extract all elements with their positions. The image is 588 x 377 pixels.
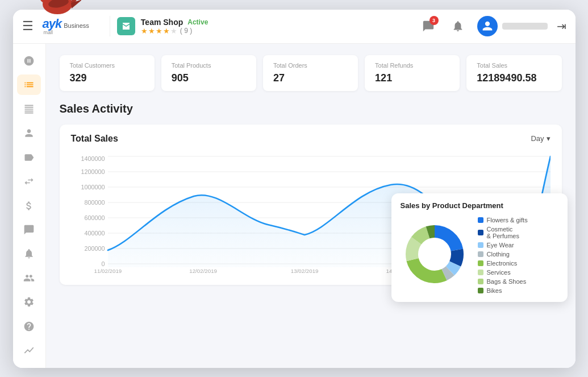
hamburger-button[interactable]: ☰ (22, 19, 34, 34)
section-title: Sales Activity (60, 102, 562, 115)
shop-name: Team Shop (141, 18, 183, 27)
svg-text:1400000: 1400000 (81, 156, 105, 162)
sidebar-item-table[interactable] (17, 98, 41, 119)
messages-badge: 3 (429, 16, 439, 25)
messages-button[interactable]: 3 (418, 16, 439, 36)
shop-rating-count: ( 9 ) (180, 27, 192, 35)
sidebar-item-orders[interactable] (17, 74, 41, 95)
stat-label-sales: Total Sales (477, 62, 551, 69)
main-content: Total Customers 329 Total Products 905 T… (46, 44, 576, 368)
legend-label-1: Cosmetic& Perfumes (487, 226, 519, 239)
stat-label-products: Total Products (172, 62, 246, 69)
avatar (477, 16, 498, 36)
legend-dot-5 (478, 270, 483, 275)
logo-text: ayk (43, 18, 62, 30)
svg-text:12/02/2019: 12/02/2019 (189, 268, 217, 274)
legend-item-4: Electronics (478, 260, 528, 267)
legend-dot-2 (478, 242, 483, 248)
legend-label-2: Eye Wear (487, 242, 514, 248)
chevron-down-icon: ▾ (547, 134, 551, 143)
period-selector[interactable]: Day ▾ (531, 134, 550, 143)
legend-label-5: Services (487, 269, 511, 276)
legend-label-6: Bags & Shoes (487, 278, 527, 285)
legend-item-3: Clothing (478, 251, 528, 258)
sidebar-item-dashboard[interactable] (17, 51, 41, 71)
stat-value-products: 905 (172, 72, 246, 84)
legend-item-1: Cosmetic& Perfumes (478, 226, 528, 239)
svg-text:11/02/2019: 11/02/2019 (94, 268, 122, 274)
avatar-name (502, 23, 548, 30)
sidebar-item-tags[interactable] (17, 147, 41, 167)
sidebar-item-finance[interactable] (17, 195, 41, 216)
legend-item-6: Bags & Shoes (478, 278, 528, 285)
logout-button[interactable]: ⇥ (557, 19, 566, 33)
bird-mascot (30, 0, 81, 16)
svg-point-38 (419, 238, 451, 270)
svg-text:200000: 200000 (84, 246, 105, 252)
sidebar-item-customers[interactable] (17, 123, 41, 143)
sidebar-item-help[interactable] (17, 316, 41, 337)
sidebar-item-messages[interactable] (17, 219, 41, 240)
svg-text:400000: 400000 (84, 230, 105, 237)
chart-header: Total Sales Day ▾ (71, 134, 551, 144)
stats-bar: Total Customers 329 Total Products 905 T… (60, 55, 562, 91)
legend-dot-7 (478, 288, 483, 293)
topbar: ☰ ayk Business mall (13, 10, 576, 44)
stat-value-sales: 12189490.58 (477, 72, 551, 84)
legend-item-5: Services (478, 269, 528, 276)
svg-text:1000000: 1000000 (81, 184, 105, 190)
sidebar-item-settings[interactable] (17, 292, 41, 312)
stat-value-customers: 329 (70, 72, 144, 84)
shop-name-row: Team Shop Active (141, 18, 208, 27)
period-label: Day (531, 134, 544, 143)
browser-window: ☰ ayk Business mall (13, 10, 576, 368)
svg-text:13/02/2019: 13/02/2019 (290, 268, 318, 274)
shop-info: Team Shop Active ★★★★★ ( 9 ) (117, 17, 208, 35)
logo-business: Business (64, 23, 89, 29)
legend-label-4: Electronics (487, 260, 518, 267)
chart-container: Total Sales Day ▾ (60, 125, 562, 285)
legend-dot-4 (478, 260, 483, 266)
chart-title: Total Sales (71, 134, 118, 144)
bell-button[interactable] (448, 16, 468, 36)
legend-item-7: Bikes (478, 287, 528, 294)
donut-svg (401, 220, 469, 288)
donut-title: Sales by Product Department (401, 201, 558, 210)
legend-label-3: Clothing (487, 251, 510, 258)
shop-stars: ★★★★★ (141, 27, 178, 35)
svg-text:0: 0 (101, 261, 105, 267)
stat-label-orders: Total Orders (273, 62, 348, 69)
sidebar-item-team[interactable] (17, 268, 41, 288)
legend-dot-6 (478, 279, 483, 284)
logo-mall: mall (44, 30, 89, 35)
donut-chart-area (401, 220, 469, 291)
shop-icon (117, 17, 135, 35)
stat-label-refunds: Total Refunds (375, 62, 449, 69)
donut-popup: Sales by Product Department (391, 193, 568, 302)
legend-label-0: Flowers & gifts (487, 217, 528, 223)
avatar-button[interactable] (477, 16, 548, 36)
svg-text:800000: 800000 (84, 200, 105, 206)
sidebar-item-notifications[interactable] (17, 243, 41, 264)
donut-content: Flowers & gifts Cosmetic& Perfumes Eye W… (401, 217, 558, 294)
legend-dot-1 (478, 230, 483, 235)
shop-rating: ★★★★★ ( 9 ) (141, 27, 208, 35)
sidebar (13, 44, 46, 368)
donut-legend: Flowers & gifts Cosmetic& Perfumes Eye W… (478, 217, 528, 294)
main-layout: Total Customers 329 Total Products 905 T… (13, 44, 576, 368)
sidebar-item-reports[interactable] (17, 340, 41, 361)
legend-dot-0 (478, 217, 483, 223)
legend-dot-3 (478, 251, 483, 257)
stat-card-products: Total Products 905 (161, 55, 256, 91)
sidebar-item-transfers[interactable] (17, 171, 41, 192)
legend-label-7: Bikes (487, 287, 502, 294)
legend-item-2: Eye Wear (478, 242, 528, 248)
stat-card-orders: Total Orders 27 (263, 55, 358, 91)
topbar-right: 3 ⇥ (418, 16, 566, 36)
stat-card-sales: Total Sales 12189490.58 (466, 55, 561, 91)
stat-label-customers: Total Customers (70, 62, 144, 69)
stat-card-customers: Total Customers 329 (60, 55, 155, 91)
stat-value-refunds: 121 (375, 72, 449, 84)
stat-value-orders: 27 (273, 72, 348, 84)
logo-area: ayk Business mall (43, 18, 89, 35)
